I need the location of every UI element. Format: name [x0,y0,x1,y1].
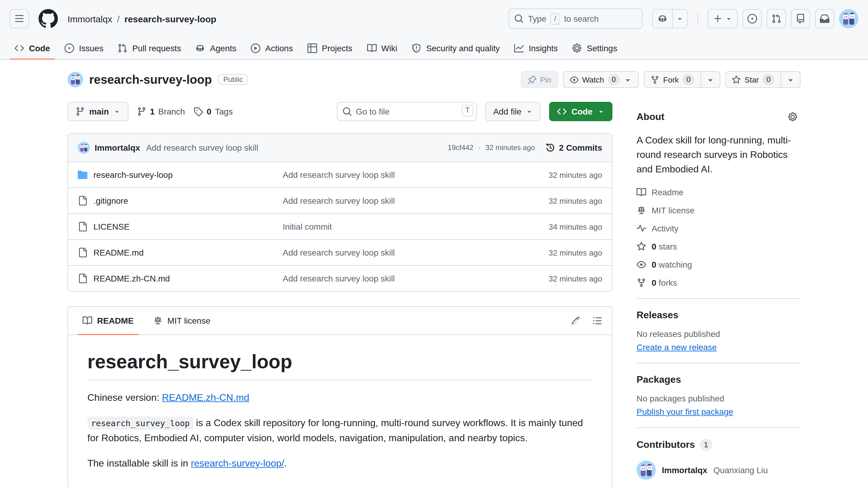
packages-title[interactable]: Packages [637,374,801,385]
skill-folder-link[interactable]: research-survey-loop/ [191,458,284,468]
repo-title[interactable]: research-survey-loop [89,72,212,87]
file-name-link[interactable]: .gitignore [78,196,283,206]
copilot-button[interactable] [653,10,672,28]
go-to-file-wrapper: T [337,102,477,121]
sidebar-item-watching[interactable]: 0watching [637,260,801,269]
branch-selector-button[interactable]: main [67,102,128,121]
sidebar-item-activity[interactable]: Activity [637,223,801,233]
file-name-link[interactable]: LICENSE [78,222,283,232]
pin-button[interactable]: Pin [521,71,558,88]
file-commit-message[interactable]: Add research survey loop skill [283,196,512,206]
issues-nav-button[interactable] [743,9,762,28]
global-search-input[interactable]: Type / to search [509,8,643,29]
tab-mit-license[interactable]: MIT license [143,307,220,335]
watch-button-segment: Watch 0 [564,72,639,87]
tab-projects[interactable]: Projects [303,37,357,59]
branch-count-label: Branch [158,107,185,116]
edit-about-button[interactable] [785,109,801,125]
releases-title[interactable]: Releases [637,310,801,321]
tab-code[interactable]: Code [10,37,55,59]
tab-issues[interactable]: Issues [60,37,108,59]
inbox-icon [820,14,830,24]
commit-time[interactable]: 32 minutes ago [486,144,535,152]
tab-wiki[interactable]: Wiki [362,37,402,59]
file-commit-message[interactable]: Add research survey loop skill [283,248,512,257]
tab-label: Security and quality [426,43,500,53]
file-commit-time[interactable]: 32 minutes ago [512,248,602,257]
search-placeholder-suffix: to search [564,14,598,24]
commit-author-avatar[interactable] [78,142,90,154]
sidebar-item-license[interactable]: MIT license [637,206,801,215]
commit-history-link[interactable]: 2 Commits [546,143,602,152]
repositories-nav-button[interactable] [791,9,810,28]
repo-action-buttons: Pin Watch 0 Fork 0 [521,71,801,88]
go-to-file-input[interactable] [337,102,477,121]
tab-settings[interactable]: Settings [567,37,622,59]
outline-button[interactable] [588,311,607,330]
hamburger-menu-button[interactable] [10,9,29,28]
table-row[interactable]: README.zh-CN.md Add research survey loop… [68,265,612,291]
file-name-link[interactable]: README.md [78,248,283,257]
contributor-login[interactable]: Immortalqx [662,465,707,475]
file-commit-time[interactable]: 32 minutes ago [512,170,602,179]
git-branch-icon [75,107,85,116]
table-row[interactable]: .gitignore Add research survey loop skil… [68,187,612,213]
fork-button[interactable]: Fork 0 [644,72,701,87]
file-commit-time[interactable]: 32 minutes ago [512,196,602,205]
notifications-inbox-button[interactable] [815,9,834,28]
branches-link[interactable]: 1 Branch [136,107,185,116]
fork-menu-button[interactable] [701,72,720,87]
app-header: Immortalqx / research-survey-loop Type /… [0,0,868,37]
contributors-title[interactable]: Contributors [637,439,695,450]
file-commit-message[interactable]: Initial commit [283,222,512,232]
user-avatar[interactable] [839,9,858,28]
forks-count: 0 [652,278,656,287]
add-file-button[interactable]: Add file [486,102,541,121]
commit-message[interactable]: Add research survey loop skill [146,143,443,152]
pin-icon [527,75,536,84]
tags-link[interactable]: 0 Tags [193,107,233,116]
file-name-link[interactable]: research-survey-loop [78,170,283,180]
publish-package-link[interactable]: Publish your first package [637,407,733,417]
readme-paragraph: research_survey_loop is a Codex skill re… [87,415,592,446]
sidebar-item-readme[interactable]: Readme [637,187,801,197]
repo-owner-avatar [67,72,83,87]
table-row[interactable]: README.md Add research survey loop skill… [68,239,612,265]
file-name-link[interactable]: README.zh-CN.md [78,274,283,283]
file-commit-message[interactable]: Add research survey loop skill [283,274,512,283]
sidebar-item-stars[interactable]: 0stars [637,242,801,251]
commit-author[interactable]: Immortalqx [95,143,140,152]
tab-label: Issues [79,43,103,53]
contributor-avatar[interactable] [637,460,656,480]
tab-readme[interactable]: README [73,307,143,335]
tab-security-and-quality[interactable]: Security and quality [407,37,504,59]
breadcrumb-owner[interactable]: Immortalqx [67,13,112,24]
readme-body: research_survey_loop Chinese version: RE… [68,335,612,487]
github-logo-icon[interactable] [38,9,58,28]
tab-actions[interactable]: Actions [246,37,298,59]
table-row[interactable]: LICENSE Initial commit 34 minutes ago [68,213,612,239]
chevron-down-icon [786,75,795,84]
sidebar-item-forks[interactable]: 0forks [637,278,801,287]
star-button[interactable]: Star 0 [726,72,781,87]
code-download-button[interactable]: Code [549,102,613,121]
tab-agents[interactable]: Agents [191,37,241,59]
table-row[interactable]: research-survey-loop Add research survey… [68,161,612,187]
graph-icon [514,43,524,53]
create-release-link[interactable]: Create a new release [637,342,717,352]
create-new-button[interactable] [708,9,738,28]
readme-zh-link[interactable]: README.zh-CN.md [162,392,249,403]
commit-sha[interactable]: 19cf442 [447,144,473,152]
edit-readme-button[interactable] [566,311,585,330]
file-commit-message[interactable]: Add research survey loop skill [283,170,512,180]
pull-requests-nav-button[interactable] [767,9,786,28]
tab-label: Agents [210,43,236,53]
file-commit-time[interactable]: 34 minutes ago [512,222,602,231]
file-commit-time[interactable]: 32 minutes ago [512,274,602,283]
breadcrumb-repo[interactable]: research-survey-loop [124,13,216,24]
star-menu-button[interactable] [781,72,800,87]
copilot-menu-button[interactable] [672,10,687,28]
tab-pull-requests[interactable]: Pull requests [113,37,186,59]
watch-button[interactable]: Watch 0 [563,71,639,88]
tab-insights[interactable]: Insights [509,37,563,59]
